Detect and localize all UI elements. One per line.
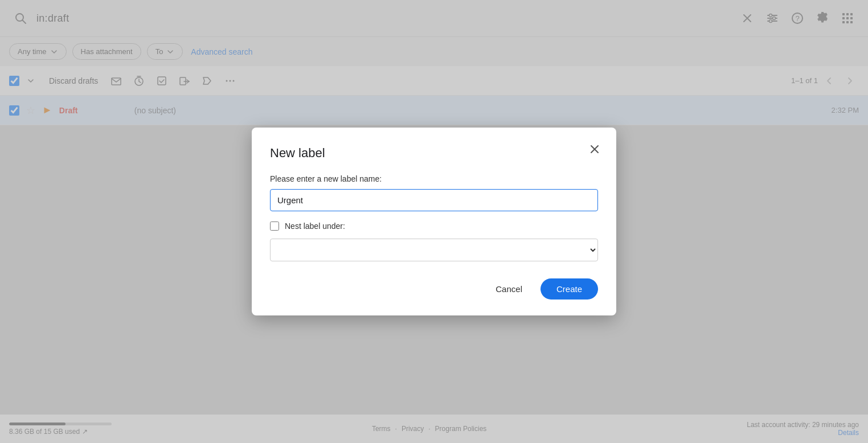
create-button[interactable]: Create xyxy=(541,278,598,300)
cancel-button[interactable]: Cancel xyxy=(484,278,534,300)
nest-label-select[interactable] xyxy=(270,239,598,261)
dialog-actions: Cancel Create xyxy=(270,278,598,300)
nest-label-row: Nest label under: xyxy=(270,222,598,231)
dialog-title: New label xyxy=(270,146,598,161)
label-name-input[interactable] xyxy=(270,189,598,211)
label-name-prompt: Please enter a new label name: xyxy=(270,174,598,183)
nest-label-checkbox[interactable] xyxy=(270,222,279,231)
new-label-dialog: New label Please enter a new label name:… xyxy=(252,128,616,315)
modal-overlay: New label Please enter a new label name:… xyxy=(0,0,868,443)
dialog-close-button[interactable] xyxy=(584,139,605,159)
nest-label-text: Nest label under: xyxy=(285,222,345,231)
